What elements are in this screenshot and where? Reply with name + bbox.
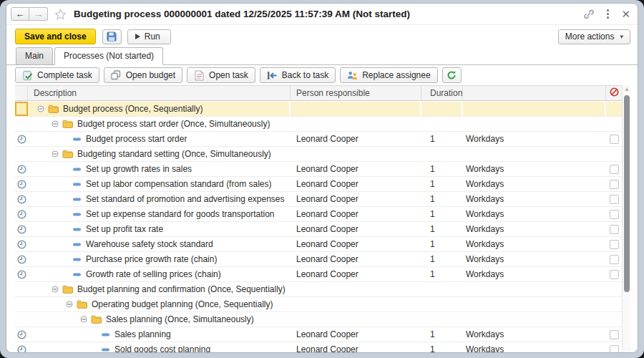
duration-cell[interactable]: [421, 312, 463, 326]
back-to-task-button[interactable]: Back to task: [260, 67, 336, 83]
cancel-cell[interactable]: [606, 177, 622, 191]
duration-units-cell[interactable]: Workdays: [463, 132, 606, 146]
cancel-cell[interactable]: [606, 192, 622, 206]
duration-cell[interactable]: 1: [421, 327, 463, 342]
duration-units-cell[interactable]: Workdays: [463, 342, 606, 352]
tree-collapse-icon[interactable]: [52, 120, 59, 127]
header-duration[interactable]: Duration: [421, 86, 463, 100]
table-row-task[interactable]: Set standard of promotion and advertisin…: [15, 192, 622, 207]
cancel-cell[interactable]: [606, 252, 622, 266]
description-cell[interactable]: Warehouse safety stock standard: [28, 237, 291, 251]
vertical-scrollbar[interactable]: [622, 85, 630, 352]
save-and-close-button[interactable]: Save and close: [15, 29, 96, 44]
person-responsible-cell[interactable]: Leonard Cooper: [291, 162, 421, 176]
tree-collapse-icon[interactable]: [37, 105, 44, 112]
duration-units-cell[interactable]: [463, 312, 606, 326]
duration-cell[interactable]: 1: [421, 177, 463, 191]
person-responsible-cell[interactable]: [291, 102, 421, 116]
tree-collapse-icon[interactable]: [66, 301, 73, 308]
table-row-task[interactable]: Sales planningLeonard Cooper1Workdays: [15, 327, 622, 342]
duration-units-cell[interactable]: [463, 117, 606, 131]
header-person-responsible[interactable]: Person responsible: [291, 86, 421, 100]
description-cell[interactable]: Set up profit tax rate: [28, 222, 291, 236]
description-cell[interactable]: Budget process start order (Once, Simult…: [28, 117, 291, 131]
close-icon[interactable]: ✕: [621, 8, 630, 21]
tree-collapse-icon[interactable]: [52, 286, 59, 293]
person-responsible-cell[interactable]: Leonard Cooper: [291, 132, 421, 146]
person-responsible-cell[interactable]: [291, 312, 421, 326]
cancel-cell[interactable]: [606, 222, 622, 236]
cancel-cell[interactable]: [606, 312, 622, 326]
header-cancel-column[interactable]: [606, 86, 622, 100]
duration-cell[interactable]: 1: [421, 132, 463, 146]
table-row-group[interactable]: Sales planning (Once, Simultaneously): [15, 312, 622, 327]
duration-units-cell[interactable]: Workdays: [463, 252, 606, 266]
description-cell[interactable]: Budgeting standard setting (Once, Simult…: [28, 147, 291, 161]
person-responsible-cell[interactable]: Leonard Cooper: [291, 252, 421, 266]
duration-units-cell[interactable]: [463, 147, 606, 161]
run-button[interactable]: Run: [127, 29, 171, 44]
tab-processes[interactable]: Processes (Not started): [54, 47, 163, 65]
description-cell[interactable]: Set up growth rates in sales: [28, 162, 291, 176]
row-checkbox[interactable]: [610, 270, 619, 279]
table-row-task[interactable]: Set up labor compensation standard (from…: [15, 177, 622, 192]
row-checkbox[interactable]: [610, 225, 619, 234]
back-button[interactable]: ←: [11, 7, 29, 21]
person-responsible-cell[interactable]: Leonard Cooper: [291, 237, 421, 251]
description-cell[interactable]: Budget process (Once, Sequentially): [28, 102, 291, 116]
person-responsible-cell[interactable]: Leonard Cooper: [291, 177, 421, 191]
duration-units-cell[interactable]: Workdays: [463, 237, 606, 251]
duration-cell[interactable]: 1: [421, 342, 463, 352]
person-responsible-cell[interactable]: Leonard Cooper: [291, 192, 421, 206]
row-checkbox[interactable]: [610, 165, 619, 174]
table-row-group[interactable]: Budgeting standard setting (Once, Simult…: [15, 147, 622, 162]
description-cell[interactable]: Sales planning (Once, Simultaneously): [28, 312, 291, 326]
description-cell[interactable]: Sales planning: [28, 327, 291, 342]
row-checkbox[interactable]: [610, 345, 619, 353]
cancel-cell[interactable]: [606, 162, 622, 176]
person-responsible-cell[interactable]: Leonard Cooper: [291, 342, 421, 352]
duration-units-cell[interactable]: [463, 282, 606, 296]
person-responsible-cell[interactable]: Leonard Cooper: [291, 207, 421, 221]
table-row-task[interactable]: Budget process start orderLeonard Cooper…: [15, 132, 622, 147]
cancel-cell[interactable]: [606, 282, 622, 296]
cancel-cell[interactable]: [606, 102, 622, 116]
table-row-group[interactable]: Budget process (Once, Sequentially): [15, 102, 622, 117]
tab-main[interactable]: Main: [16, 47, 53, 65]
table-row-task[interactable]: Set up profit tax rateLeonard Cooper1Wor…: [15, 222, 622, 237]
table-row-task[interactable]: Set up growth rates in salesLeonard Coop…: [15, 162, 622, 177]
person-responsible-cell[interactable]: [291, 147, 421, 161]
duration-units-cell[interactable]: Workdays: [463, 267, 606, 281]
table-row-task[interactable]: Growth rate of selling prices (chain)Leo…: [15, 267, 622, 282]
tree-collapse-icon[interactable]: [80, 316, 87, 323]
table-row-task[interactable]: Sold goods cost planningLeonard Cooper1W…: [15, 342, 622, 352]
duration-cell[interactable]: [421, 102, 463, 116]
duration-units-cell[interactable]: [463, 297, 606, 311]
duration-units-cell[interactable]: Workdays: [463, 177, 606, 191]
cancel-cell[interactable]: [606, 117, 622, 131]
cancel-cell[interactable]: [606, 237, 622, 251]
row-checkbox[interactable]: [610, 195, 619, 204]
tree-collapse-icon[interactable]: [52, 150, 59, 158]
cancel-cell[interactable]: [606, 297, 622, 311]
person-responsible-cell[interactable]: [291, 297, 421, 311]
row-checkbox[interactable]: [610, 135, 619, 144]
duration-cell[interactable]: 1: [421, 207, 463, 221]
cancel-cell[interactable]: [606, 207, 622, 221]
open-budget-button[interactable]: Open budget: [104, 67, 182, 83]
get-link-icon[interactable]: [583, 9, 595, 20]
duration-cell[interactable]: 1: [421, 222, 463, 236]
duration-cell[interactable]: 1: [421, 237, 463, 251]
duration-cell[interactable]: 1: [421, 267, 463, 281]
duration-cell[interactable]: [421, 282, 463, 296]
table-row-group[interactable]: Operating budget planning (Once, Sequent…: [15, 297, 622, 312]
header-duration-units[interactable]: [463, 86, 606, 100]
description-cell[interactable]: Growth rate of selling prices (chain): [28, 267, 291, 281]
description-cell[interactable]: Set standard of promotion and advertisin…: [28, 192, 291, 206]
description-cell[interactable]: Budget process start order: [28, 132, 291, 146]
scrollbar-thumb[interactable]: [624, 95, 630, 292]
save-button[interactable]: [102, 29, 122, 44]
cancel-cell[interactable]: [606, 327, 622, 342]
cancel-cell[interactable]: [606, 132, 622, 146]
duration-cell[interactable]: [421, 147, 463, 161]
